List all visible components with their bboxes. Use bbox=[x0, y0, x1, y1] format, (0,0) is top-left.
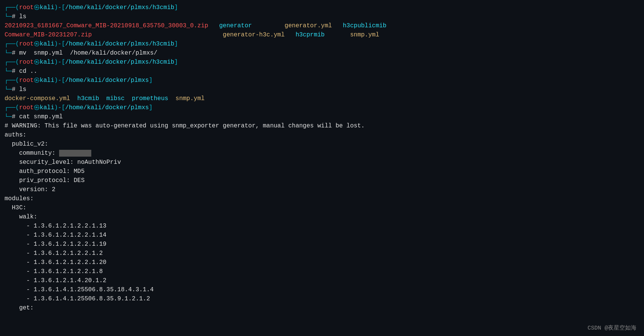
snmp-priv-protocol: priv_protocol: DES bbox=[5, 176, 639, 185]
cmd-line-3: └─# cd .. bbox=[5, 67, 639, 76]
prompt-line-2: ┌──(root㉿kali)-[/home/kali/docker/plmxs/… bbox=[5, 39, 639, 49]
terminal: ┌──(root㉿kali)-[/home/kali/docker/plmxs/… bbox=[0, 0, 644, 336]
snmp-public-v2: public_v2: bbox=[5, 140, 639, 149]
snmp-walk-7: - 1.3.6.1.2.1.4.20.1.2 bbox=[5, 276, 639, 285]
prompt-line-5: ┌──(root㉿kali)-[/home/kali/docker/plmxs] bbox=[5, 103, 639, 112]
prompt-line-3: ┌──(root㉿kali)-[/home/kali/docker/plmxs/… bbox=[5, 58, 639, 67]
ls-output-row1: 20210923_6181667_Comware_MIB-20210918_63… bbox=[5, 21, 639, 30]
snmp-auth-protocol: auth_protocol: MD5 bbox=[5, 167, 639, 176]
prompt-line-1: ┌──(root㉿kali)-[/home/kali/docker/plmxs/… bbox=[5, 3, 639, 12]
snmp-walk-6: - 1.3.6.1.2.1.2.2.1.8 bbox=[5, 267, 639, 276]
snmp-walk-label: walk: bbox=[5, 212, 639, 221]
snmp-security-level: security_level: noAuthNoPriv bbox=[5, 158, 639, 167]
snmp-walk-5: - 1.3.6.1.2.1.2.2.1.20 bbox=[5, 258, 639, 267]
snmp-version: version: 2 bbox=[5, 185, 639, 194]
snmp-walk-8: - 1.3.6.1.4.1.25506.8.35.18.4.3.1.4 bbox=[5, 285, 639, 294]
snmp-modules: modules: bbox=[5, 194, 639, 203]
snmp-walk-1: - 1.3.6.1.2.1.2.2.1.13 bbox=[5, 221, 639, 231]
cmd-line-5: └─# cat snmp.yml bbox=[5, 112, 639, 121]
ls-output-row2: Comware_MIB-20231207.zip generator-h3c.y… bbox=[5, 30, 639, 39]
ls-output-plmxs: docker-compose.yml h3cmib mibsc promethe… bbox=[5, 94, 639, 103]
cmd-line-1: └─# ls bbox=[5, 12, 639, 21]
prompt-line-4: ┌──(root㉿kali)-[/home/kali/docker/plmxs] bbox=[5, 76, 639, 85]
snmp-get: get: bbox=[5, 303, 639, 312]
snmp-walk-9: - 1.3.6.1.4.1.25506.8.35.9.1.2.1.2 bbox=[5, 294, 639, 303]
cmd-line-2: └─# mv snmp.yml /home/kali/docker/plmxs/ bbox=[5, 49, 639, 58]
snmp-walk-2: - 1.3.6.1.2.1.2.2.1.14 bbox=[5, 231, 639, 240]
cmd-line-4: └─# ls bbox=[5, 85, 639, 94]
snmp-auths: auths: bbox=[5, 130, 639, 140]
snmp-walk-3: - 1.3.6.1.2.1.2.2.1.19 bbox=[5, 240, 639, 249]
snmp-h3c: H3C: bbox=[5, 203, 639, 212]
watermark: CSDN @夜星空如海 bbox=[588, 324, 636, 331]
snmp-warning: # WARNING: This file was auto-generated … bbox=[5, 121, 639, 130]
snmp-walk-4: - 1.3.6.1.2.1.2.2.1.2 bbox=[5, 249, 639, 258]
snmp-community: community: bbox=[5, 149, 639, 158]
